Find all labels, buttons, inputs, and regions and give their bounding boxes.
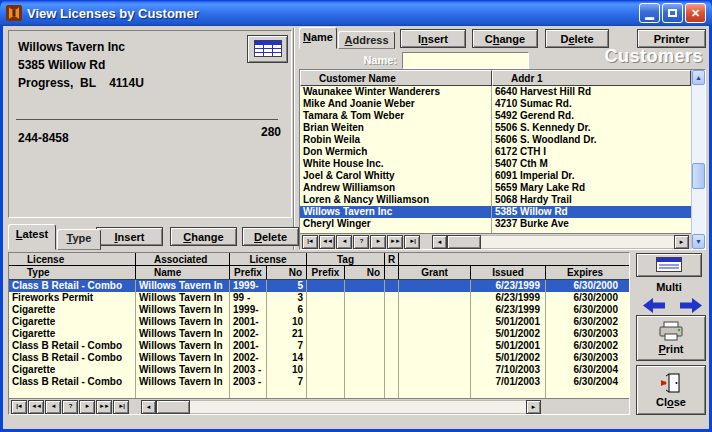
name-search-input[interactable] xyxy=(402,52,529,69)
license-type-cell: Class B Retail - Combo xyxy=(9,352,136,364)
customer-row[interactable]: Mike And Joanie Weber 4710 Sumac Rd. xyxy=(300,98,691,110)
titlebar[interactable]: View Licenses by Customer ▬ ✕ xyxy=(0,0,712,26)
record-nav-button[interactable]: ► xyxy=(79,400,95,414)
scroll-left-arrow[interactable]: ◄ xyxy=(141,400,156,414)
customer-browse-button[interactable] xyxy=(247,35,288,63)
previous-arrow-button[interactable] xyxy=(643,298,665,313)
licenses-sub-header: Type Name Prefix No Prefix No Grant Issu… xyxy=(9,266,629,280)
scroll-down-arrow[interactable]: ▼ xyxy=(692,234,705,249)
license-row[interactable]: Cigarette Willows Tavern In 1999- 6 6/23… xyxy=(9,304,629,316)
tab-name[interactable]: Name xyxy=(299,27,337,49)
hscroll-track[interactable] xyxy=(481,235,674,249)
license-name-cell: Willows Tavern In xyxy=(136,328,230,340)
licenses-change-button[interactable]: Change xyxy=(170,227,237,246)
customer-row[interactable]: Tamara & Tom Weber 5492 Gerend Rd. xyxy=(300,110,691,122)
record-nav-button[interactable]: ? xyxy=(62,400,78,414)
expires-cell: 6/30/2003 xyxy=(546,352,624,364)
maximize-button[interactable] xyxy=(662,3,683,23)
grant-cell xyxy=(399,340,471,352)
customer-addr-cell: 5606 S. Woodland Dr. xyxy=(492,134,691,146)
licenses-insert-button[interactable]: Insert xyxy=(96,227,163,246)
customer-row[interactable]: Don Wermich 6172 CTH I xyxy=(300,146,691,158)
customer-addr-cell: 6172 CTH I xyxy=(492,146,691,158)
record-nav-button[interactable]: |◄ xyxy=(11,400,27,414)
issued-cell: 5/01/2001 xyxy=(471,316,546,328)
record-nav-button[interactable]: ►► xyxy=(96,400,112,414)
customer-row[interactable]: White House Inc. 5407 Cth M xyxy=(300,158,691,170)
close-window-button[interactable]: ✕ xyxy=(685,3,706,23)
customer-row[interactable]: Robin Weila 5606 S. Woodland Dr. xyxy=(300,134,691,146)
license-row[interactable]: Cigarette Willows Tavern In 2001- 10 5/0… xyxy=(9,316,629,328)
hscroll-track[interactable] xyxy=(190,400,526,414)
record-nav-button[interactable]: ►| xyxy=(404,235,420,249)
grant-cell xyxy=(399,292,471,304)
close-button[interactable]: Close xyxy=(636,365,706,415)
license-row[interactable]: Cigarette Willows Tavern In 2002- 21 5/0… xyxy=(9,328,629,340)
record-nav-button[interactable]: ? xyxy=(353,235,369,249)
license-row[interactable]: Class B Retail - Combo Willows Tavern In… xyxy=(9,340,629,352)
customer-row[interactable]: Loren & Nancy Williamson 5068 Hardy Trai… xyxy=(300,194,691,206)
licenses-hscrollbar[interactable]: ◄ ► xyxy=(141,400,541,414)
close-icon: ✕ xyxy=(691,7,700,20)
scroll-up-arrow[interactable]: ▲ xyxy=(692,70,705,85)
record-nav-button[interactable]: ◄ xyxy=(45,400,61,414)
customer-row[interactable]: Joel & Carol Whitty 6091 Imperial Dr. xyxy=(300,170,691,182)
r-cell xyxy=(385,364,399,376)
license-row[interactable]: Class B Retail - Combo Willows Tavern In… xyxy=(9,280,629,292)
expires-cell: 6/30/2000 xyxy=(546,304,624,316)
record-nav-button[interactable]: ◄ xyxy=(336,235,352,249)
customer-addr-cell: 5407 Cth M xyxy=(492,158,691,170)
record-nav-button[interactable]: ► xyxy=(370,235,386,249)
scroll-right-arrow[interactable]: ► xyxy=(526,400,541,414)
customer-row[interactable]: Andrew Williamson 5659 Mary Lake Rd xyxy=(300,182,691,194)
tag-no-cell xyxy=(345,292,385,304)
tab-type[interactable]: Type xyxy=(57,229,101,250)
customer-name-cell: Don Wermich xyxy=(300,146,492,158)
group-header-dates xyxy=(399,253,624,265)
customer-row[interactable]: Cheryl Winger 3237 Burke Ave xyxy=(300,218,691,230)
tab-address[interactable]: Address xyxy=(338,31,395,49)
license-row[interactable]: Fireworks Permit Willows Tavern In 99 - … xyxy=(9,292,629,304)
left-arrow-icon xyxy=(643,298,665,313)
record-nav-button[interactable]: ◄◄ xyxy=(319,235,335,249)
license-no-cell: 21 xyxy=(267,328,307,340)
customer-row[interactable]: Willows Tavern Inc 5385 Willow Rd xyxy=(300,206,691,218)
license-row[interactable]: Cigarette Willows Tavern In 2003 - 10 7/… xyxy=(9,364,629,376)
next-arrow-button[interactable] xyxy=(680,298,702,313)
tab-latest[interactable]: Latest xyxy=(8,224,56,250)
customer-name-cell: Andrew Williamson xyxy=(300,182,492,194)
customer-row[interactable]: Waunakee Winter Wanderers 6640 Harvest H… xyxy=(300,86,691,98)
printer-icon xyxy=(658,321,684,341)
customers-insert-button[interactable]: Insert xyxy=(400,29,466,48)
column-header-tag-prefix: Prefix xyxy=(307,266,345,279)
record-nav-button[interactable]: ►► xyxy=(387,235,403,249)
customers-list-header: Customer Name Addr 1 xyxy=(300,70,691,86)
multi-button[interactable] xyxy=(636,253,702,277)
record-nav-button[interactable]: |◄ xyxy=(302,235,318,249)
vscroll-track[interactable] xyxy=(692,85,705,234)
scroll-right-arrow[interactable]: ► xyxy=(674,235,689,249)
customer-name-cell: Willows Tavern Inc xyxy=(300,206,492,218)
r-cell xyxy=(385,280,399,292)
license-row[interactable]: Class B Retail - Combo Willows Tavern In… xyxy=(9,352,629,364)
hscroll-thumb[interactable] xyxy=(447,235,481,249)
customers-hscrollbar[interactable]: ◄ ► xyxy=(432,235,689,249)
minimize-button[interactable]: ▬ xyxy=(639,3,660,23)
license-row[interactable]: Class B Retail - Combo Willows Tavern In… xyxy=(9,376,629,388)
licenses-delete-button[interactable]: Delete xyxy=(242,227,299,246)
vscroll-thumb[interactable] xyxy=(692,163,705,189)
print-label: Print xyxy=(658,343,683,355)
app-icon xyxy=(6,5,22,21)
customer-name-text: Willows Tavern Inc xyxy=(18,40,125,54)
customer-row[interactable]: Brian Weiten 5506 S. Kennedy Dr. xyxy=(300,122,691,134)
close-label: Close xyxy=(656,396,686,408)
print-button[interactable]: Print xyxy=(636,315,706,361)
tag-prefix-cell xyxy=(307,304,345,316)
customer-name-cell: Waunakee Winter Wanderers xyxy=(300,86,492,98)
customers-vscrollbar[interactable]: ▲ ▼ xyxy=(691,70,705,249)
record-nav-button[interactable]: ◄◄ xyxy=(28,400,44,414)
record-nav-button[interactable]: ►| xyxy=(113,400,129,414)
scroll-left-arrow[interactable]: ◄ xyxy=(432,235,447,249)
hscroll-thumb[interactable] xyxy=(156,400,190,414)
customer-name-cell: Joel & Carol Whitty xyxy=(300,170,492,182)
